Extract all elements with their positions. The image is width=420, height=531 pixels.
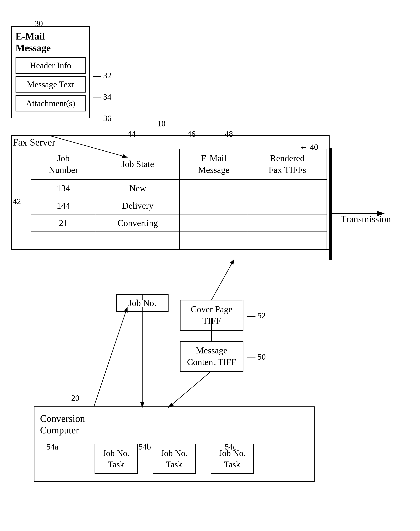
ref-10: 10 (157, 119, 165, 128)
job-task-54b: Job No.Task (153, 444, 196, 474)
job-num-21: 21 (31, 214, 96, 232)
ref-20: 20 (71, 393, 79, 403)
col-rendered-fax: RenderedFax TIFFs (248, 149, 327, 180)
header-info-box: Header Info (15, 57, 86, 74)
conversion-computer-box: ConversionComputer Job No.Task Job No.Ta… (34, 407, 315, 482)
attachments-box: Attachment(s) (15, 95, 86, 111)
ref-54a: 54a (46, 442, 59, 452)
job-tasks-row: Job No.Task Job No.Task Job No.Task (40, 444, 308, 474)
ref-54b: 54b (138, 442, 151, 452)
ref-44: 44 (127, 129, 135, 139)
job-state-delivery: Delivery (96, 197, 180, 214)
ref-42: 42 (13, 197, 21, 206)
svg-line-7 (211, 259, 234, 300)
ref-32: — 32 (93, 71, 111, 80)
job-task-54a: Job No.Task (95, 444, 138, 474)
email-message-title: E-MailMessage (15, 30, 86, 54)
message-content-tiff-box: MessageContent TIFF (180, 341, 243, 372)
table-row: 134 New (31, 180, 327, 197)
ref-50: — 50 (247, 352, 266, 362)
job-num-144: 144 (31, 197, 96, 214)
email-col-4 (180, 232, 248, 249)
transmission-label: Transmission (341, 213, 391, 224)
col-job-number: JobNumber (31, 149, 96, 180)
job-num-empty (31, 232, 96, 249)
ref-40: ← 40 (300, 142, 318, 152)
ref-54c: 54c (225, 442, 237, 452)
job-table: JobNumber Job State E-MailMessage Render… (31, 149, 327, 249)
cover-page-tiff-box: Cover PageTIFF (180, 300, 243, 331)
tiff-col-3 (248, 214, 327, 232)
ref-34: — 34 (93, 92, 111, 102)
email-col-3 (180, 214, 248, 232)
job-state-empty (96, 232, 180, 249)
ref-36: — 36 (93, 114, 111, 123)
email-message-box: E-MailMessage Header Info Message Text A… (11, 26, 90, 118)
tiff-col-1 (248, 180, 327, 197)
ref-52: — 52 (247, 311, 266, 320)
tiff-col-2 (248, 197, 327, 214)
message-text-box: Message Text (15, 76, 86, 92)
conversion-computer-label: ConversionComputer (40, 413, 308, 436)
email-col-2 (180, 197, 248, 214)
ref-48: 48 (225, 129, 233, 139)
col-email-message: E-MailMessage (180, 149, 248, 180)
table-row (31, 232, 327, 249)
tiff-col-4 (248, 232, 327, 249)
svg-line-9 (94, 307, 127, 407)
job-state-new: New (96, 180, 180, 197)
fax-server-label: Fax Server (13, 137, 55, 148)
col-job-state: Job State (96, 149, 180, 180)
email-col-1 (180, 180, 248, 197)
svg-line-10 (168, 371, 211, 407)
table-row: 144 Delivery (31, 197, 327, 214)
diagram-container: 30 E-MailMessage Header Info Message Tex… (0, 0, 420, 531)
ref-46: 46 (187, 129, 195, 139)
job-num-134: 134 (31, 180, 96, 197)
fax-server-box: JobNumber Job State E-MailMessage Render… (11, 135, 330, 250)
table-row: 21 Converting (31, 214, 327, 232)
job-no-box: Job No. (116, 294, 168, 312)
job-state-converting: Converting (96, 214, 180, 232)
